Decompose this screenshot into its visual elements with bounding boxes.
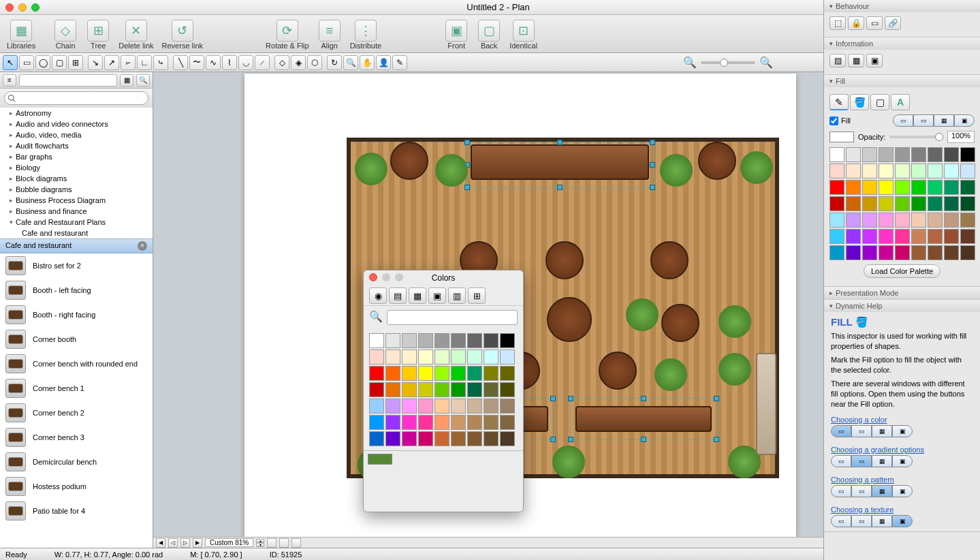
help-link-texture[interactable]: Choosing a texture bbox=[824, 501, 980, 515]
library-item[interactable]: Hostess podium bbox=[0, 474, 153, 499]
color-swatch[interactable] bbox=[944, 213, 959, 228]
fill-type-segment[interactable]: ▭▭▦▣ bbox=[893, 114, 975, 127]
color-swatch[interactable] bbox=[895, 164, 910, 178]
color-swatch[interactable] bbox=[862, 245, 877, 260]
library-search-button[interactable]: 🔍 bbox=[136, 74, 150, 87]
distribute-button[interactable]: ⋮Distribute bbox=[350, 20, 381, 50]
color-swatch[interactable] bbox=[846, 180, 861, 195]
poly-tool[interactable]: ⌇ bbox=[222, 55, 237, 70]
edit-points-3[interactable]: ⬡ bbox=[307, 55, 322, 70]
color-swatch[interactable] bbox=[385, 382, 400, 397]
color-swatch[interactable] bbox=[385, 333, 400, 348]
sofa[interactable] bbox=[756, 353, 776, 455]
color-swatch[interactable] bbox=[911, 180, 926, 195]
color-swatch[interactable] bbox=[451, 382, 466, 397]
color-swatch[interactable] bbox=[960, 213, 975, 228]
color-swatch[interactable] bbox=[829, 164, 844, 178]
zoom-in-icon[interactable]: 🔍 bbox=[759, 56, 773, 69]
color-swatch[interactable] bbox=[944, 147, 959, 162]
color-swatch[interactable] bbox=[500, 431, 515, 446]
color-swatch[interactable] bbox=[467, 333, 482, 348]
color-swatch[interactable] bbox=[911, 229, 926, 244]
library-item[interactable]: Corner bench 2 bbox=[0, 401, 153, 425]
rotate-flip-button[interactable]: ⟳Rotate & Flip bbox=[266, 20, 309, 50]
tree-node[interactable]: Business Process Diagram bbox=[0, 195, 153, 206]
fill-pen-tab[interactable]: ✎ bbox=[829, 94, 849, 110]
color-palettes-tab[interactable]: ▦ bbox=[409, 287, 426, 304]
fill-text-tab[interactable]: A bbox=[891, 94, 910, 110]
color-swatch[interactable] bbox=[960, 180, 975, 195]
opacity-slider[interactable] bbox=[889, 136, 943, 138]
color-swatch[interactable] bbox=[879, 147, 894, 162]
library-grid-view[interactable]: ▦ bbox=[120, 74, 133, 87]
round-table[interactable] bbox=[661, 304, 699, 342]
color-swatch[interactable] bbox=[369, 399, 384, 414]
info-1[interactable]: ▤ bbox=[829, 54, 846, 67]
dynamic-help-section-header[interactable]: Dynamic Help bbox=[824, 300, 980, 312]
tree-node[interactable]: Biology bbox=[0, 162, 153, 173]
tree-node-child[interactable]: Cafe and restaurant bbox=[0, 228, 153, 238]
color-swatch[interactable] bbox=[434, 366, 449, 381]
help-link-color[interactable]: Choosing a color bbox=[824, 411, 980, 425]
color-swatch[interactable] bbox=[862, 213, 877, 228]
color-swatch[interactable] bbox=[484, 382, 499, 397]
color-swatch[interactable] bbox=[944, 164, 959, 178]
colors-panel-titlebar[interactable]: Colors bbox=[364, 270, 523, 285]
fill-shadow-tab[interactable]: ▢ bbox=[870, 94, 889, 110]
color-swatch[interactable] bbox=[944, 229, 959, 244]
page-thumb-3[interactable] bbox=[291, 538, 301, 548]
tree-node[interactable]: Bubble diagrams bbox=[0, 184, 153, 195]
fill-bucket-tab[interactable]: 🪣 bbox=[850, 94, 869, 110]
color-swatch[interactable] bbox=[500, 382, 515, 397]
color-swatch[interactable] bbox=[484, 366, 499, 381]
color-swatch[interactable] bbox=[500, 415, 515, 430]
information-section-header[interactable]: Information bbox=[824, 37, 980, 50]
front-button[interactable]: ▣Front bbox=[444, 20, 469, 50]
help-link-pattern[interactable]: Choosing a pattern bbox=[824, 471, 980, 485]
library-items-close[interactable]: × bbox=[138, 241, 147, 251]
color-swatch[interactable] bbox=[385, 366, 400, 381]
color-swatch[interactable] bbox=[467, 382, 482, 397]
color-swatch[interactable] bbox=[418, 333, 433, 348]
identical-button[interactable]: ⊡Identical bbox=[509, 20, 537, 50]
tree-node[interactable]: Audit flowcharts bbox=[0, 140, 153, 151]
color-swatch[interactable] bbox=[369, 333, 384, 348]
color-swatch[interactable] bbox=[862, 180, 877, 195]
ellipse-tool[interactable]: ◯ bbox=[35, 55, 50, 70]
color-swatch[interactable] bbox=[385, 399, 400, 414]
line-tool[interactable]: ╲ bbox=[173, 55, 188, 70]
plant[interactable] bbox=[654, 358, 687, 391]
color-swatch[interactable] bbox=[928, 229, 943, 244]
color-search-input[interactable] bbox=[387, 310, 518, 325]
behaviour-move[interactable]: ▭ bbox=[866, 16, 883, 30]
library-item[interactable]: Demicircular bench bbox=[0, 450, 153, 474]
opacity-value[interactable]: 100% bbox=[947, 131, 975, 143]
edit-points-1[interactable]: ◇ bbox=[274, 55, 289, 70]
fill-section-header[interactable]: Fill bbox=[824, 75, 980, 87]
color-swatch[interactable] bbox=[928, 213, 943, 228]
color-swatch[interactable] bbox=[928, 164, 943, 178]
behaviour-link[interactable]: 🔗 bbox=[885, 16, 901, 30]
color-swatch[interactable] bbox=[879, 164, 894, 178]
back-button[interactable]: ▢Back bbox=[477, 20, 501, 50]
delete-link-button[interactable]: ✕Delete link bbox=[118, 20, 153, 50]
scroll-right-2[interactable]: ▶ bbox=[193, 538, 202, 548]
color-swatch[interactable] bbox=[434, 399, 449, 414]
tree-button[interactable]: ⊞Tree bbox=[86, 20, 110, 50]
color-swatch[interactable] bbox=[911, 164, 926, 178]
plant[interactable] bbox=[718, 353, 751, 386]
search-tool[interactable]: 🔍 bbox=[343, 55, 358, 70]
color-swatch[interactable] bbox=[484, 399, 499, 414]
color-swatch[interactable] bbox=[960, 245, 975, 260]
curve-tool[interactable]: 〜 bbox=[189, 55, 204, 70]
fill-checkbox[interactable]: Fill bbox=[829, 116, 851, 125]
color-image-tab[interactable]: ▣ bbox=[428, 287, 446, 304]
container-tool[interactable]: ⊞ bbox=[68, 55, 83, 70]
tree-node[interactable]: Cafe and Restaurant Plans bbox=[0, 217, 153, 228]
color-swatch[interactable] bbox=[434, 333, 449, 348]
load-palette-button[interactable]: Load Color Palette bbox=[864, 264, 941, 278]
rect-tool[interactable]: ▭ bbox=[19, 55, 34, 70]
color-swatch[interactable] bbox=[862, 147, 877, 162]
color-swatch[interactable] bbox=[418, 399, 433, 414]
color-swatch[interactable] bbox=[960, 196, 975, 211]
